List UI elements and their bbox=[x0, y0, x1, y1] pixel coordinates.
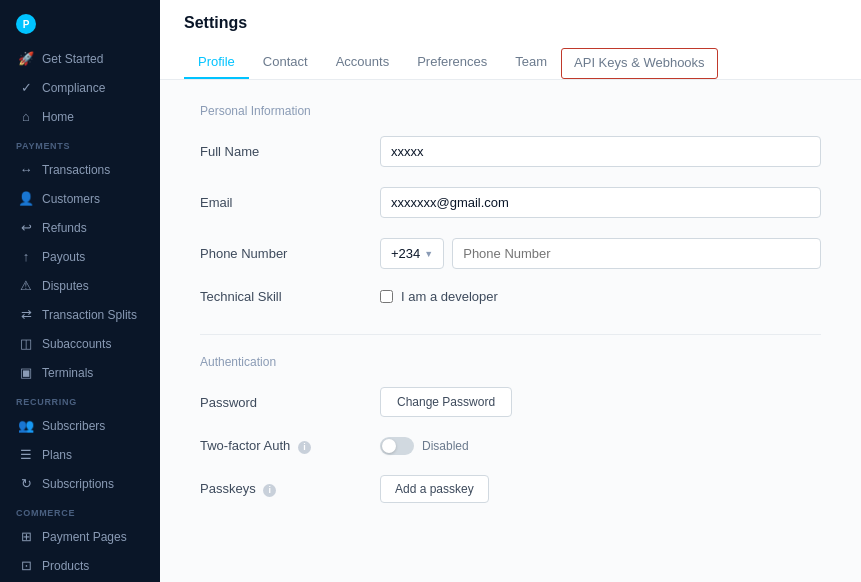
subscriptions-icon: ↻ bbox=[18, 476, 34, 491]
technical-skill-label: Technical Skill bbox=[200, 289, 360, 304]
main-content: Settings Profile Contact Accounts Prefer… bbox=[160, 0, 861, 582]
refunds-icon: ↩ bbox=[18, 220, 34, 235]
sidebar-payments-items: ↔ Transactions 👤 Customers ↩ Refunds ↑ P… bbox=[0, 155, 160, 387]
phone-row: Phone Number +234 ▼ bbox=[200, 238, 821, 269]
two-factor-toggle-switch[interactable] bbox=[380, 437, 414, 455]
section-divider bbox=[200, 334, 821, 335]
phone-country-selector[interactable]: +234 ▼ bbox=[380, 238, 444, 269]
authentication-title: Authentication bbox=[200, 355, 821, 369]
products-icon: ⊡ bbox=[18, 558, 34, 573]
tab-accounts[interactable]: Accounts bbox=[322, 46, 403, 79]
phone-country-code: +234 bbox=[391, 246, 420, 261]
sidebar-item-subaccounts[interactable]: ◫ Subaccounts bbox=[0, 329, 160, 358]
sidebar: P 🚀 Get Started ✓ Compliance ⌂ Home PAYM… bbox=[0, 0, 160, 582]
two-factor-status: Disabled bbox=[422, 439, 469, 453]
email-label: Email bbox=[200, 195, 360, 210]
chevron-down-icon: ▼ bbox=[424, 249, 433, 259]
check-icon: ✓ bbox=[18, 80, 34, 95]
phone-label: Phone Number bbox=[200, 246, 360, 261]
sidebar-item-compliance[interactable]: ✓ Compliance bbox=[0, 73, 160, 102]
phone-number-input[interactable] bbox=[452, 238, 821, 269]
developer-checkbox[interactable] bbox=[380, 290, 393, 303]
sidebar-logo: P bbox=[0, 0, 160, 44]
password-label: Password bbox=[200, 395, 360, 410]
sidebar-item-products[interactable]: ⊡ Products bbox=[0, 551, 160, 580]
sidebar-top-items: 🚀 Get Started ✓ Compliance ⌂ Home bbox=[0, 44, 160, 131]
customers-icon: 👤 bbox=[18, 191, 34, 206]
passkeys-row: Passkeys i Add a passkey bbox=[200, 475, 821, 503]
sidebar-item-customers[interactable]: 👤 Customers bbox=[0, 184, 160, 213]
payments-section-label: PAYMENTS bbox=[0, 131, 160, 155]
developer-checkbox-row: I am a developer bbox=[380, 289, 498, 304]
full-name-label: Full Name bbox=[200, 144, 360, 159]
page-title: Settings bbox=[184, 14, 837, 32]
info-icon: i bbox=[298, 441, 311, 454]
developer-checkbox-label: I am a developer bbox=[401, 289, 498, 304]
terminals-icon: ▣ bbox=[18, 365, 34, 380]
full-name-input[interactable] bbox=[380, 136, 821, 167]
technical-skill-row: Technical Skill I am a developer bbox=[200, 289, 821, 304]
sidebar-item-home[interactable]: ⌂ Home bbox=[0, 102, 160, 131]
payouts-icon: ↑ bbox=[18, 249, 34, 264]
rocket-icon: 🚀 bbox=[18, 51, 34, 66]
sidebar-recurring-items: 👥 Subscribers ☰ Plans ↻ Subscriptions bbox=[0, 411, 160, 498]
tab-profile[interactable]: Profile bbox=[184, 46, 249, 79]
transactions-icon: ↔ bbox=[18, 162, 34, 177]
commerce-section-label: COMMERCE bbox=[0, 498, 160, 522]
sidebar-item-transaction-splits[interactable]: ⇄ Transaction Splits bbox=[0, 300, 160, 329]
tab-team[interactable]: Team bbox=[501, 46, 561, 79]
settings-content: Personal Information Full Name Email Pho… bbox=[160, 80, 861, 582]
sidebar-item-disputes[interactable]: ⚠ Disputes bbox=[0, 271, 160, 300]
sidebar-item-transactions[interactable]: ↔ Transactions bbox=[0, 155, 160, 184]
tab-navigation: Profile Contact Accounts Preferences Tea… bbox=[184, 46, 837, 79]
personal-info-section: Personal Information Full Name Email Pho… bbox=[200, 104, 821, 304]
tab-preferences[interactable]: Preferences bbox=[403, 46, 501, 79]
subaccounts-icon: ◫ bbox=[18, 336, 34, 351]
two-factor-row: Two-factor Auth i Disabled bbox=[200, 437, 821, 455]
payment-pages-icon: ⊞ bbox=[18, 529, 34, 544]
logo-icon: P bbox=[16, 14, 36, 34]
two-factor-toggle: Disabled bbox=[380, 437, 469, 455]
recurring-section-label: RECURRING bbox=[0, 387, 160, 411]
sidebar-item-payouts[interactable]: ↑ Payouts bbox=[0, 242, 160, 271]
sidebar-item-get-started[interactable]: 🚀 Get Started bbox=[0, 44, 160, 73]
home-icon: ⌂ bbox=[18, 109, 34, 124]
password-row: Password Change Password bbox=[200, 387, 821, 417]
disputes-icon: ⚠ bbox=[18, 278, 34, 293]
sidebar-item-subscriptions[interactable]: ↻ Subscriptions bbox=[0, 469, 160, 498]
sidebar-item-refunds[interactable]: ↩ Refunds bbox=[0, 213, 160, 242]
tab-api-keys[interactable]: API Keys & Webhooks bbox=[561, 48, 718, 79]
full-name-row: Full Name bbox=[200, 136, 821, 167]
sidebar-commerce-items: ⊞ Payment Pages ⊡ Products ⊟ Storefronts… bbox=[0, 522, 160, 582]
plans-icon: ☰ bbox=[18, 447, 34, 462]
authentication-section: Authentication Password Change Password … bbox=[200, 355, 821, 503]
sidebar-item-payment-pages[interactable]: ⊞ Payment Pages bbox=[0, 522, 160, 551]
passkeys-info-icon: i bbox=[263, 484, 276, 497]
page-header: Settings Profile Contact Accounts Prefer… bbox=[160, 0, 861, 80]
personal-info-title: Personal Information bbox=[200, 104, 821, 118]
change-password-button[interactable]: Change Password bbox=[380, 387, 512, 417]
sidebar-item-terminals[interactable]: ▣ Terminals bbox=[0, 358, 160, 387]
splits-icon: ⇄ bbox=[18, 307, 34, 322]
sidebar-item-subscribers[interactable]: 👥 Subscribers bbox=[0, 411, 160, 440]
tab-contact[interactable]: Contact bbox=[249, 46, 322, 79]
email-row: Email bbox=[200, 187, 821, 218]
subscribers-icon: 👥 bbox=[18, 418, 34, 433]
passkeys-label: Passkeys i bbox=[200, 481, 360, 497]
phone-input-group: +234 ▼ bbox=[380, 238, 821, 269]
sidebar-item-plans[interactable]: ☰ Plans bbox=[0, 440, 160, 469]
two-factor-label: Two-factor Auth i bbox=[200, 438, 360, 454]
email-input[interactable] bbox=[380, 187, 821, 218]
add-passkey-button[interactable]: Add a passkey bbox=[380, 475, 489, 503]
